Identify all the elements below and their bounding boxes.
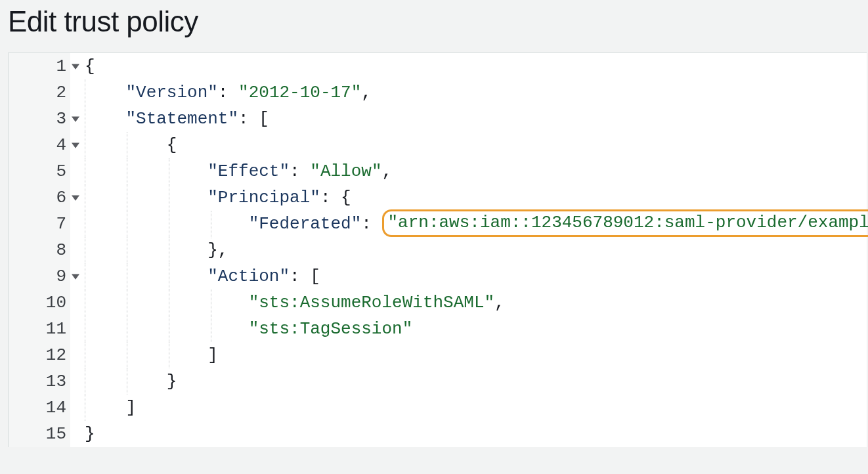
code-line[interactable]: 6 "Principal": { [9,184,867,211]
highlighted-value: "arn:aws:iam::123456789012:saml-provider… [382,209,869,237]
comma: , [382,162,393,181]
line-number: 2 [56,79,68,106]
bracket-open: [ [259,109,269,129]
line-number: 9 [56,263,68,290]
comma: , [494,293,505,312]
colon: : [218,83,238,102]
json-editor[interactable]: 1 { 2 "Version": "2012-10-17", 3 "Statem… [8,53,867,447]
code-line[interactable]: 7 "Federated": "arn:aws:iam::12345678901… [9,211,867,237]
colon: : [238,109,259,129]
code-content[interactable]: { [70,53,95,79]
line-number: 5 [56,158,68,184]
line-number: 12 [46,342,68,368]
json-key: "Effect" [207,162,290,181]
code-content[interactable]: }, [70,237,228,263]
code-line[interactable]: 8 }, [9,237,867,263]
code-line[interactable]: 15 } [9,421,867,447]
code-content[interactable]: "Version": "2012-10-17", [70,79,372,106]
colon: : [320,188,341,207]
json-key: "Statement" [125,109,238,129]
code-line[interactable]: 2 "Version": "2012-10-17", [9,79,867,106]
code-line[interactable]: 5 "Effect": "Allow", [9,158,867,184]
line-gutter: 1 [9,53,70,79]
code-content[interactable]: "Effect": "Allow", [70,158,392,184]
line-gutter: 12 [9,342,70,368]
code-line[interactable]: 10 "sts:AssumeRoleWithSAML", [9,290,867,316]
line-gutter: 7 [9,211,70,237]
line-gutter: 13 [9,368,70,395]
json-string: "arn:aws:iam::123456789012:saml-provider… [388,213,869,232]
bracket-open: [ [310,267,320,286]
line-number: 4 [56,132,68,158]
code-line[interactable]: 12 ] [9,342,867,368]
colon: : [290,267,310,286]
line-number: 10 [46,290,68,316]
line-number: 15 [46,421,68,447]
code-line[interactable]: 9 "Action": [ [9,263,867,290]
code-content[interactable]: "Federated": "arn:aws:iam::123456789012:… [70,211,868,238]
line-gutter: 5 [9,158,70,184]
brace-open: { [85,56,95,76]
json-key: "Action" [207,267,290,286]
line-gutter: 14 [9,395,70,421]
code-content[interactable]: "Action": [ [70,263,320,290]
code-content[interactable]: "sts:AssumeRoleWithSAML", [70,290,505,316]
line-gutter: 10 [9,290,70,316]
code-content[interactable]: ] [70,342,218,368]
line-number: 8 [56,237,68,263]
code-line[interactable]: 4 { [9,132,867,158]
line-gutter: 3 [9,106,70,132]
brace-open: { [167,135,177,155]
code-content[interactable]: } [70,368,177,395]
line-gutter: 9 [9,263,70,290]
code-content[interactable]: { [70,132,177,158]
bracket-close: ] [125,398,136,418]
json-string: "2012-10-17" [238,83,361,102]
code-line[interactable]: 14 ] [9,395,867,421]
code-content[interactable]: } [70,421,95,447]
brace-close: } [167,372,177,391]
code-line[interactable]: 11 "sts:TagSession" [9,316,867,342]
line-number: 14 [46,395,68,421]
page-title: Edit trust policy [8,0,868,53]
line-gutter: 15 [9,421,70,447]
json-key: "Version" [125,83,217,102]
line-number: 3 [56,106,68,132]
comma: , [361,83,372,102]
code-line[interactable]: 3 "Statement": [ [9,106,867,132]
brace-open: { [341,188,351,207]
line-gutter: 11 [9,316,70,342]
line-gutter: 6 [9,184,70,211]
bracket-close: ] [207,345,218,365]
line-number: 6 [56,184,68,211]
json-key: "Federated" [249,214,362,234]
brace-close: } [85,424,95,444]
json-string: "Allow" [310,162,381,181]
line-gutter: 4 [9,132,70,158]
json-string: "sts:AssumeRoleWithSAML" [249,293,494,312]
brace-close: }, [207,240,228,260]
line-number: 13 [46,368,68,395]
code-line[interactable]: 13 } [9,368,867,395]
line-gutter: 2 [9,79,70,106]
line-number: 11 [46,316,68,342]
code-content[interactable]: "Statement": [ [70,106,269,132]
code-line[interactable]: 1 { [9,53,867,79]
code-content[interactable]: "Principal": { [70,184,351,211]
code-content[interactable]: ] [70,395,136,421]
colon: : [361,214,381,234]
code-content[interactable]: "sts:TagSession" [70,316,412,342]
line-number: 7 [56,211,68,237]
json-string: "sts:TagSession" [249,319,413,339]
json-key: "Principal" [207,188,320,207]
colon: : [290,162,310,181]
line-gutter: 8 [9,237,70,263]
line-number: 1 [56,53,68,79]
